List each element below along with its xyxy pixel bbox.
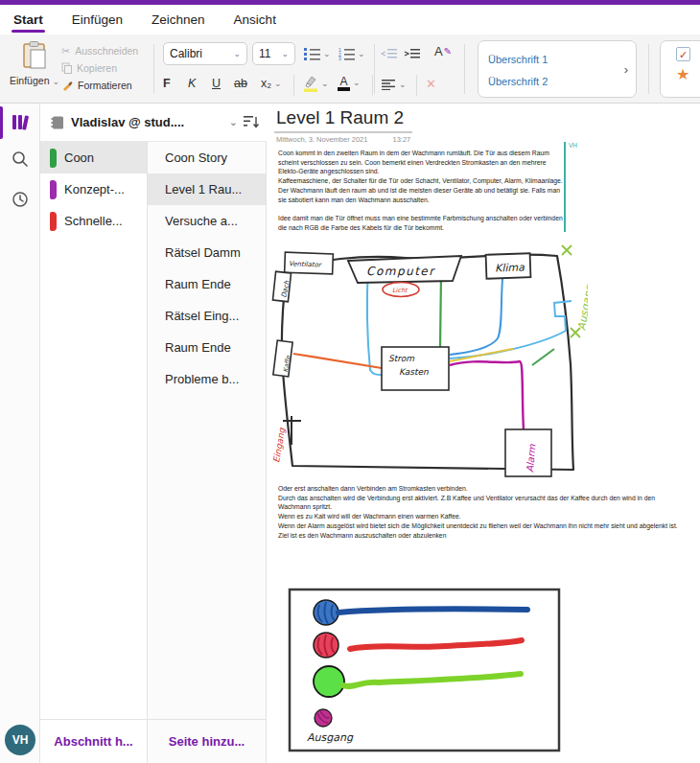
tab-zeichnen[interactable]: Zeichnen [150,9,207,31]
klima-box: Klima [486,253,531,279]
numbered-list-button[interactable]: 1 2 3 ⌄ [338,47,365,60]
italic-button[interactable]: K [188,77,196,90]
ventilator-label: Ventilator [289,260,322,268]
notebook-switcher[interactable]: Vladislav @ stud.... [71,115,223,129]
strikethrough-label: ab [234,77,247,90]
page-item[interactable]: Raum Ende [148,268,266,300]
paragraph[interactable]: Oder erst anschalten dann Verbinden am S… [278,484,681,494]
navigation-rail: VH [0,104,40,763]
menu-bar: Start Einfügen Zeichnen Ansicht [0,5,700,35]
paste-button[interactable]: Einfügen ⌄ [10,40,59,86]
account-avatar[interactable]: VH [5,725,35,755]
paragraph[interactable]: Wenn es zu Kalt wird will der Wachmann e… [278,512,681,521]
notebooks-button[interactable] [9,110,32,133]
section-label: Schnelle... [64,214,123,228]
page-date-row: Mittwoch, 3. November 2021 13:27 [276,135,410,144]
paragraph[interactable]: Kaffeemaschiene, der Schalter für die Tü… [278,176,568,186]
copy-button[interactable]: Kopieren [61,61,138,75]
page-item[interactable]: Versuche a... [148,205,266,237]
paragraph[interactable]: Durch das anschalten wird die Verbindung… [278,494,681,512]
subscript-button[interactable]: x₂⌄ [261,77,282,90]
paragraph[interactable]: Wenn der Alarm ausgelöst wird bietet sic… [278,521,681,531]
legend-ausgang-label: Ausgang [307,731,354,744]
font-color-button[interactable]: A ⌄ [338,76,361,91]
divider [648,44,649,94]
font-size-select[interactable]: 11⌄ [252,42,295,65]
add-page-button[interactable]: Seite hinzu... [148,719,267,763]
strikethrough-button[interactable]: ab [234,77,247,90]
section-item-coon[interactable]: Coon [40,142,147,173]
notebook-icon [50,115,65,130]
important-tag-button[interactable]: ★ [676,67,700,82]
search-button[interactable] [9,148,32,171]
add-section-button[interactable]: Abschnitt h... [40,719,148,763]
bullet-list-button[interactable]: ⌄ [304,47,331,60]
paragraph[interactable]: Ziel ist es den Wachmann auszuschalten o… [278,531,681,541]
page-item[interactable]: Rätsel Eing... [148,300,266,332]
page-editor[interactable]: Level 1 Raum 2 Mittwoch, 3. November 202… [267,104,700,763]
tab-ansicht[interactable]: Ansicht [232,9,278,31]
clear-formatting-button[interactable]: A ✎ [434,44,452,58]
style-ueberschrift-2[interactable]: Überschrift 2 [488,70,626,92]
indent-button[interactable] [404,48,420,59]
section-color-tab [50,212,57,231]
chevron-down-icon: ⌄ [399,81,407,89]
page-title[interactable]: Level 1 Raum 2 [276,107,404,128]
page-item[interactable]: Raum Ende [148,332,266,363]
notes-text-block[interactable]: Oder erst anschalten dann Verbinden am S… [278,484,681,540]
section-item-schnelle[interactable]: Schnelle... [40,205,147,237]
green-node [314,666,344,697]
paragraph[interactable]: Coon kommt in den zweiten Raum in dem de… [278,149,568,176]
delete-button[interactable]: ✕ [426,77,436,91]
tab-einfuegen[interactable]: Einfügen [70,9,125,31]
chevron-down-icon[interactable]: ⌄ [229,117,238,127]
ventilator-box: Ventilator [285,252,334,274]
sort-icon[interactable] [244,115,259,129]
bold-label: F [163,77,171,90]
font-size-value: 11 [259,47,270,60]
font-name-value: Calibri [170,47,202,60]
paragraph[interactable]: Idee damit man die Tür öffnet muss man e… [278,214,568,232]
page-item[interactable]: Probleme b... [148,363,266,395]
format-painter-button[interactable]: Formatieren [61,79,138,92]
recent-button[interactable] [9,188,32,211]
styles-expand-chevron[interactable]: › [624,62,628,77]
cut-button[interactable]: ✂ Ausschneiden [61,44,138,58]
highlight-color-button[interactable]: ⌄ [303,75,329,92]
tab-start[interactable]: Start [12,9,45,31]
section-item-konzept[interactable]: Konzept-... [40,173,147,205]
body-text-block[interactable]: Coon kommt in den zweiten Raum in dem de… [278,149,568,233]
font-name-select[interactable]: Calibri⌄ [163,42,247,65]
page-item[interactable]: Coon Story [148,142,266,173]
bold-button[interactable]: F [163,77,171,90]
divider [153,44,154,94]
eraser-pen-icon: ✎ [444,46,452,57]
style-ueberschrift-1[interactable]: Überschrift 1 [488,48,626,70]
format-painter-icon [61,80,73,91]
page-time: 13:27 [392,135,410,144]
page-item-selected[interactable]: Level 1 Rau... [148,173,266,205]
wire-legend-drawing[interactable]: Ausgang [288,588,561,755]
eingang-label: Eingang [271,426,287,463]
indent-icon [404,48,420,59]
chevron-down-icon: ⌄ [52,77,59,86]
outdent-button[interactable] [381,48,397,59]
numbered-list-icon: 1 2 3 [338,47,355,60]
underline-button[interactable]: U [212,77,221,90]
room-map-drawing[interactable]: Ventilator Dach Computer Licht Klima Str… [271,240,588,477]
outdent-icon [381,48,397,59]
paragraph[interactable]: Der Wachmann läuft den raum ab und ist d… [278,186,568,204]
onenote-app: Start Einfügen Zeichnen Ansicht Einfügen… [0,0,700,763]
align-left-icon [382,79,396,90]
todo-tag-button[interactable]: ✓ [676,47,690,61]
chevron-down-icon: ⌄ [281,50,289,58]
paste-label: Einfügen [10,75,49,86]
bullet-list-icon [304,47,320,60]
author-edit-line [564,142,566,232]
page-item[interactable]: Rätsel Damm [148,237,266,268]
wire-magenta [450,361,524,430]
copy-label: Kopieren [77,62,117,74]
subscript-label: x₂ [261,77,271,90]
section-label: Konzept-... [64,182,125,197]
paragraph-align-button[interactable]: ⌄ [382,79,407,90]
